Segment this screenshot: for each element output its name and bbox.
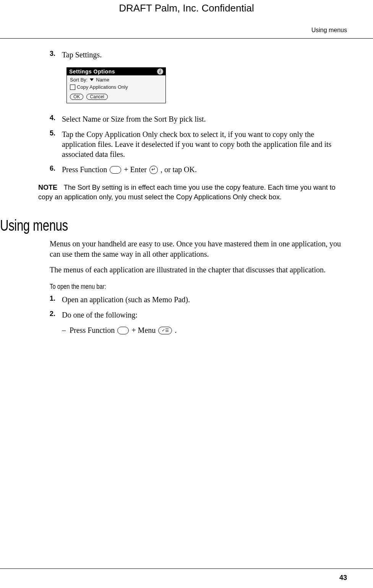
info-icon[interactable]: i xyxy=(157,68,163,75)
dialog-body: Sort By: Name Copy Applications Only OK … xyxy=(67,75,165,103)
settings-options-dialog: Settings Options i Sort By: Name Copy Ap… xyxy=(66,67,166,103)
text-fragment: + Menu xyxy=(131,326,157,334)
function-key-icon xyxy=(110,166,121,174)
footer-rule xyxy=(0,568,373,569)
dialog-buttons: OK Cancel xyxy=(70,94,162,100)
step-text: Do one of the following: xyxy=(62,310,138,320)
draft-header: DRAFT Palm, Inc. Confidential xyxy=(0,2,373,14)
menu-step-1: 1. Open an application (such as Memo Pad… xyxy=(50,295,347,305)
section-heading: Using menus xyxy=(0,217,271,234)
step-3: 3. Tap Settings. xyxy=(50,50,347,60)
step-text: Tap Settings. xyxy=(62,50,102,60)
menu-step-2: 2. Do one of the following: xyxy=(50,310,347,320)
body-paragraph-1: Menus on your handheld are easy to use. … xyxy=(50,239,347,259)
step-4: 4. Select Name or Size from the Sort By … xyxy=(50,114,347,124)
body-paragraph-2: The menus of each application are illust… xyxy=(50,265,347,275)
sort-by-label: Sort By: xyxy=(70,77,88,83)
enter-key-icon: ↵ xyxy=(149,166,158,174)
note-block: NOTE The Sort By setting is in effect ea… xyxy=(38,183,347,202)
step-text: Open an application (such as Memo Pad). xyxy=(62,295,190,305)
menu-step-2-subitem: – Press Function + Menu ✓☰ . xyxy=(62,325,347,335)
note-label: NOTE xyxy=(38,184,57,191)
dropdown-icon[interactable] xyxy=(90,78,94,81)
step-number: 6. xyxy=(50,165,62,173)
text-fragment: , or tap OK. xyxy=(161,165,197,174)
content-area: 3. Tap Settings. Settings Options i Sort… xyxy=(50,50,347,335)
header-rule xyxy=(0,38,373,39)
step-number: 5. xyxy=(50,129,62,137)
subheading-open-menu-bar: To open the menu bar: xyxy=(50,283,294,291)
text-fragment: Press Function xyxy=(70,326,117,334)
sort-by-value[interactable]: Name xyxy=(96,77,109,83)
step-number: 3. xyxy=(50,50,62,58)
step-5: 5. Tap the Copy Application Only check b… xyxy=(50,129,347,159)
step-text: Press Function + Menu ✓☰ . xyxy=(70,325,177,335)
ok-button[interactable]: OK xyxy=(70,94,83,100)
function-key-icon xyxy=(117,327,129,334)
text-fragment: Press Function xyxy=(62,165,109,174)
dash-bullet: – xyxy=(62,325,66,335)
step-number: 2. xyxy=(50,310,62,318)
dialog-titlebar: Settings Options i xyxy=(67,68,165,75)
step-text: Select Name or Size from the Sort By pic… xyxy=(62,114,206,124)
step-number: 4. xyxy=(50,114,62,122)
page: DRAFT Palm, Inc. Confidential Using menu… xyxy=(0,0,373,588)
note-text: The Sort By setting is in effect each ti… xyxy=(38,184,336,200)
cancel-button[interactable]: Cancel xyxy=(86,94,107,100)
step-text: Press Function + Enter ↵ , or tap OK. xyxy=(62,165,197,174)
sort-by-row: Sort By: Name xyxy=(70,77,162,83)
copy-apps-row: Copy Applications Only xyxy=(70,84,162,90)
copy-apps-checkbox[interactable] xyxy=(70,85,75,90)
text-fragment: + Enter xyxy=(124,165,149,174)
page-number: 43 xyxy=(339,574,347,582)
step-text: Tap the Copy Application Only check box … xyxy=(62,129,347,159)
dialog-title: Settings Options xyxy=(69,68,115,75)
menu-key-icon: ✓☰ xyxy=(158,327,172,334)
copy-apps-label: Copy Applications Only xyxy=(77,84,128,90)
running-header: Using menus xyxy=(311,27,347,34)
step-6: 6. Press Function + Enter ↵ , or tap OK. xyxy=(50,165,347,174)
step-number: 1. xyxy=(50,295,62,303)
text-fragment: . xyxy=(175,326,177,334)
